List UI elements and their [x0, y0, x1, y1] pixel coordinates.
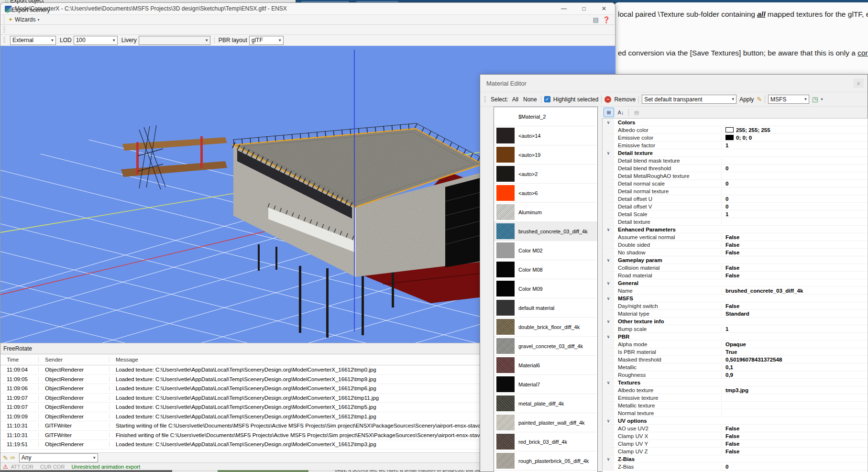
- property-row[interactable]: ∨ Z-Bias 0: [603, 463, 868, 471]
- property-row[interactable]: ∨ Roughness 0,9: [603, 371, 868, 379]
- property-row[interactable]: ∨ Bump scale 1: [603, 325, 868, 333]
- menu-export-object[interactable]: ⌂ Export object ▾: [2, 0, 54, 5]
- collapse-chevron-icon[interactable]: ∨: [607, 380, 610, 385]
- apply-button[interactable]: Apply: [739, 96, 754, 103]
- property-row[interactable]: ∨ No shadow False: [603, 249, 868, 256]
- lod-combo[interactable]: 100▼: [74, 36, 118, 45]
- property-row[interactable]: ∨ Colors: [603, 119, 868, 126]
- target-format-combo[interactable]: MSFS▼: [768, 95, 809, 104]
- categorized-view-icon[interactable]: ⊞: [604, 108, 614, 117]
- property-row[interactable]: ∨ Gameplay param: [603, 256, 868, 264]
- property-row[interactable]: ∨ Detail offset V 0: [603, 203, 868, 210]
- maximize-button[interactable]: □: [574, 3, 594, 14]
- material-list-item[interactable]: double_brick_floor_diff_4k: [494, 318, 597, 337]
- material-list-item[interactable]: rough_plasterbrick_05_diff_4k: [494, 451, 597, 471]
- collapse-chevron-icon[interactable]: ∨: [607, 457, 610, 461]
- property-row[interactable]: ∨ Enhanced Parameters: [603, 226, 868, 233]
- property-row[interactable]: ∨ Detail blend mask texture: [603, 157, 868, 165]
- collapse-chevron-icon[interactable]: ∨: [607, 151, 610, 155]
- property-row[interactable]: ∨ Textures: [603, 379, 868, 386]
- material-list-item[interactable]: painted_plaster_wall_diff_4k: [494, 413, 597, 432]
- export-material-icon[interactable]: ◳: [812, 96, 818, 103]
- property-row[interactable]: ∨ Day/night switch False: [603, 302, 868, 310]
- property-row[interactable]: ∨ Clamp UV Z False: [603, 448, 868, 455]
- title-bar[interactable]: ModelConverterX - C:\Users\vetle\Documen…: [0, 3, 615, 14]
- property-row[interactable]: ∨ Detail offset U 0: [603, 195, 868, 203]
- property-row[interactable]: ∨ Detail texture: [603, 149, 868, 157]
- collapse-chevron-icon[interactable]: ∨: [607, 281, 610, 285]
- property-row[interactable]: ∨ Detail normal scale 0: [603, 180, 868, 187]
- dialog-close-button[interactable]: x: [853, 78, 864, 88]
- column-time[interactable]: Time: [0, 357, 39, 362]
- property-row[interactable]: ∨ AO use UV2 False: [603, 425, 868, 432]
- property-row[interactable]: ∨ Metallic texture: [603, 402, 868, 409]
- property-row[interactable]: ∨ Emissive factor 1: [603, 142, 868, 149]
- view-mode-combo[interactable]: External▼: [10, 36, 56, 45]
- pbr-layout-combo[interactable]: glTF▼: [249, 36, 284, 45]
- property-row[interactable]: ∨ Collision material False: [603, 264, 868, 272]
- material-list-item[interactable]: Color M02: [494, 241, 597, 260]
- property-row[interactable]: ∨ Other texture info: [603, 318, 868, 325]
- collapse-chevron-icon[interactable]: ∨: [607, 319, 610, 324]
- material-list-item[interactable]: $Material_2: [494, 107, 597, 126]
- collapse-chevron-icon[interactable]: ∨: [607, 120, 610, 125]
- close-button[interactable]: ✕: [594, 3, 614, 14]
- collapse-chevron-icon[interactable]: ∨: [607, 418, 610, 423]
- property-row[interactable]: ∨ Detail Scale 1: [603, 210, 868, 218]
- livery-combo[interactable]: ▼: [139, 36, 210, 45]
- material-list-item[interactable]: gravel_concrete_03_diff_4k: [494, 337, 597, 356]
- material-list-item[interactable]: Color M08: [494, 260, 597, 279]
- property-row[interactable]: ∨ Detail texture: [603, 218, 868, 226]
- material-editor-titlebar[interactable]: Material Editor x: [480, 75, 868, 92]
- property-row[interactable]: ∨ General: [603, 279, 868, 287]
- material-list-item[interactable]: red_brick_03_diff_4k: [494, 432, 597, 451]
- property-row[interactable]: ∨ Material type Standard: [603, 310, 868, 318]
- property-row[interactable]: ∨ Is PBR material True: [603, 348, 868, 356]
- material-list-item[interactable]: Aluminum: [494, 203, 597, 222]
- help-icon[interactable]: ❓: [603, 16, 610, 23]
- material-list-item[interactable]: brushed_concrete_03_diff_4k: [494, 222, 597, 241]
- property-row[interactable]: ∨ Clamp UV Y False: [603, 440, 868, 448]
- property-row[interactable]: ∨ PBR: [603, 333, 868, 340]
- property-row[interactable]: ∨ Alpha mode Opaque: [603, 340, 868, 348]
- property-row[interactable]: ∨ Road material False: [603, 272, 868, 279]
- material-list-item[interactable]: <auto>2: [494, 165, 597, 184]
- collapse-chevron-icon[interactable]: ∨: [607, 296, 610, 301]
- remove-button[interactable]: Remove: [614, 96, 636, 103]
- material-list-item[interactable]: metal_plate_diff_4k: [494, 394, 597, 413]
- event-log-toggle-icon[interactable]: ▤: [593, 16, 598, 23]
- material-list-item[interactable]: <auto>6: [494, 184, 597, 203]
- property-row[interactable]: ∨ Masked threshold 0,50196078431372548: [603, 356, 868, 363]
- material-list-item[interactable]: <auto>19: [494, 145, 597, 165]
- column-sender[interactable]: Sender: [39, 357, 110, 362]
- property-row[interactable]: ∨ Albedo texture tmp3.jpg: [603, 386, 868, 394]
- select-none-button[interactable]: None: [522, 96, 538, 103]
- property-row[interactable]: ∨ Assume vertical normal False: [603, 233, 868, 241]
- material-list-item[interactable]: <auto>14: [494, 126, 597, 145]
- property-row[interactable]: ∨ Normal texture: [603, 409, 868, 417]
- material-list-item[interactable]: Material6: [494, 356, 597, 375]
- property-row[interactable]: ∨ Metallic 0,1: [603, 363, 868, 371]
- property-row[interactable]: ∨ Name brushed_concrete_03_diff_4k: [603, 287, 868, 295]
- property-row[interactable]: ∨ Detail normal texture: [603, 187, 868, 195]
- highlight-selected-checkbox[interactable]: ✓: [544, 96, 550, 102]
- chevron-down-icon[interactable]: ▾: [821, 97, 823, 101]
- material-list-item[interactable]: Color M09: [494, 279, 597, 298]
- collapse-chevron-icon[interactable]: ∨: [607, 258, 610, 263]
- property-row[interactable]: ∨ Z-Bias: [603, 455, 868, 463]
- edit-note-icon[interactable]: ✎: [3, 454, 8, 461]
- collapse-chevron-icon[interactable]: ∨: [607, 334, 610, 339]
- alphabetical-sort-icon[interactable]: A↓: [615, 108, 626, 117]
- menu-export-scenery[interactable]: ◍ Export scenery ▾: [2, 5, 54, 15]
- material-list-item[interactable]: default material: [494, 298, 597, 318]
- property-row[interactable]: ∨ Detail blend threshold 0: [603, 165, 868, 172]
- property-row[interactable]: ∨ Emissive color 0; 0; 0: [603, 134, 868, 142]
- collapse-chevron-icon[interactable]: ∨: [607, 227, 610, 232]
- material-list-item[interactable]: Material7: [494, 375, 597, 394]
- property-row[interactable]: ∨ Albedo color 255; 255; 255: [603, 126, 868, 134]
- property-row[interactable]: ∨ Double sided False: [603, 241, 868, 249]
- property-row[interactable]: ∨ Detail MetalRoughAO texture: [603, 172, 868, 180]
- property-row[interactable]: ∨ Clamp UV X False: [603, 432, 868, 440]
- brush-icon[interactable]: ✑: [10, 454, 15, 461]
- menu-wizards[interactable]: ✦ Wizards ▾: [4, 15, 54, 24]
